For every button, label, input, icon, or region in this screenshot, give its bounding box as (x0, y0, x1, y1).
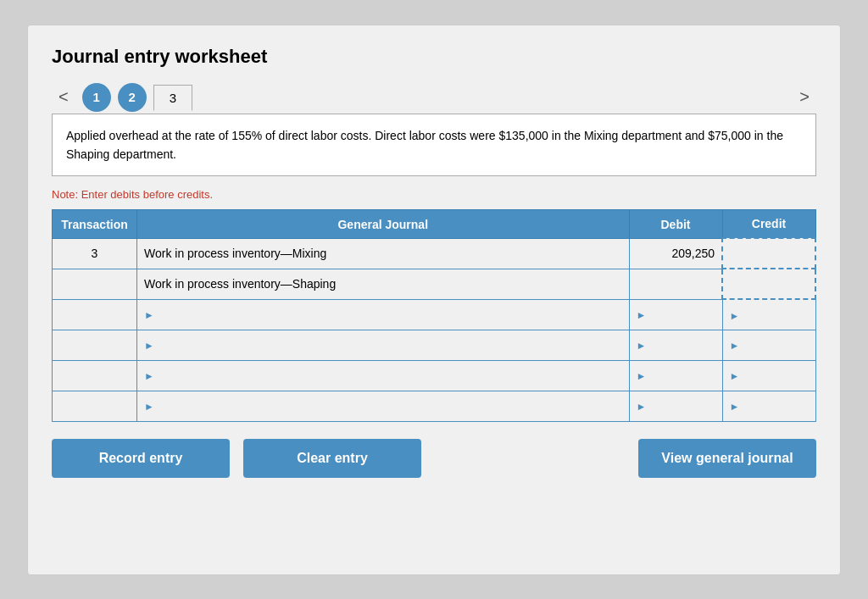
table-row: ► ► ► (53, 391, 816, 421)
note-text: Note: Enter debits before credits. (52, 188, 816, 201)
table-row: ► ► ► (53, 299, 816, 330)
worksheet-container: Journal entry worksheet < 1 2 3 > Applie… (27, 25, 841, 575)
arrow-indicator-5: ► (144, 370, 154, 382)
arrow-indicator-credit-3: ► (730, 310, 740, 322)
arrow-indicator-debit-3: ► (637, 309, 647, 321)
description-text: Applied overhead at the rate of 155% of … (66, 129, 783, 161)
col-header-general-journal: General Journal (137, 210, 630, 239)
arrow-indicator-3: ► (144, 309, 154, 321)
next-arrow[interactable]: > (793, 84, 816, 110)
cell-transaction-4 (53, 330, 137, 360)
cell-general-6[interactable]: ► (137, 391, 630, 421)
arrow-indicator-6: ► (144, 401, 154, 413)
arrow-indicator-debit-5: ► (637, 370, 647, 382)
arrow-indicator-debit-6: ► (637, 401, 647, 413)
col-header-debit: Debit (629, 210, 722, 239)
cell-debit-6[interactable]: ► (629, 391, 722, 421)
table-row: Work in process inventory—Shaping (53, 269, 816, 299)
cell-general-1: Work in process inventory—Mixing (137, 238, 630, 269)
cell-debit-5[interactable]: ► (629, 360, 722, 391)
cell-credit-6[interactable]: ► (722, 391, 815, 421)
cell-transaction-6 (53, 391, 137, 421)
arrow-indicator-credit-4: ► (730, 340, 740, 352)
buttons-row: Record entry Clear entry View general jo… (52, 439, 816, 478)
journal-table: Transaction General Journal Debit Credit… (52, 209, 816, 422)
cell-credit-5[interactable]: ► (722, 360, 815, 391)
cell-credit-2[interactable] (722, 269, 815, 299)
cell-general-3[interactable]: ► (137, 299, 630, 330)
prev-arrow[interactable]: < (52, 84, 75, 110)
cell-credit-3[interactable]: ► (722, 299, 815, 330)
cell-general-5[interactable]: ► (137, 360, 630, 391)
cell-general-2: Work in process inventory—Shaping (137, 269, 630, 299)
page-title: Journal entry worksheet (52, 46, 816, 68)
cell-transaction-1: 3 (53, 238, 137, 269)
cell-transaction-5 (53, 360, 137, 391)
table-row: ► ► ► (53, 330, 816, 360)
col-header-credit: Credit (722, 210, 815, 239)
tab-2[interactable]: 2 (118, 83, 147, 112)
cell-debit-1: 209,250 (629, 238, 722, 269)
cell-transaction-2 (53, 269, 137, 299)
tab-1[interactable]: 1 (82, 83, 111, 112)
arrow-indicator-credit-5: ► (730, 370, 740, 382)
cell-debit-2[interactable] (629, 269, 722, 299)
description-box: Applied overhead at the rate of 155% of … (52, 114, 816, 177)
view-general-journal-button[interactable]: View general journal (638, 439, 816, 478)
cell-credit-1[interactable] (722, 238, 815, 269)
cell-general-4[interactable]: ► (137, 330, 630, 360)
clear-entry-button[interactable]: Clear entry (243, 439, 421, 478)
table-row: 3 Work in process inventory—Mixing 209,2… (53, 238, 816, 269)
arrow-indicator-4: ► (144, 340, 154, 352)
cell-debit-3[interactable]: ► (629, 299, 722, 330)
arrow-indicator-credit-6: ► (730, 401, 740, 413)
arrow-indicator-debit-4: ► (637, 340, 647, 352)
record-entry-button[interactable]: Record entry (52, 439, 230, 478)
cell-debit-4[interactable]: ► (629, 330, 722, 360)
cell-credit-4[interactable]: ► (722, 330, 815, 360)
tabs-row: < 1 2 3 > (52, 83, 816, 112)
tab-3[interactable]: 3 (153, 85, 192, 111)
table-row: ► ► ► (53, 360, 816, 391)
cell-transaction-3 (53, 299, 137, 330)
col-header-transaction: Transaction (53, 210, 137, 239)
